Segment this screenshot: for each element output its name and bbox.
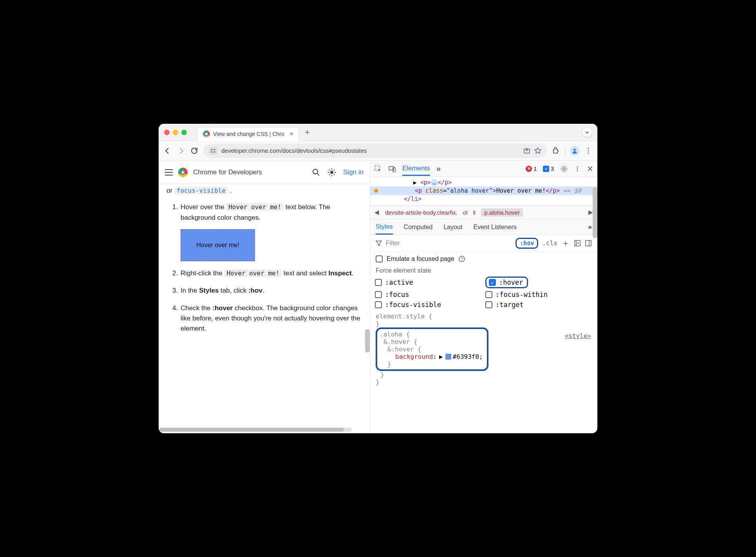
- code-hover-me-2: Hover over me!: [224, 269, 282, 277]
- force-state-title: Force element state: [370, 264, 597, 277]
- style-rules[interactable]: element.style { } <style> .aloha { &.hov…: [370, 313, 597, 391]
- intro-line: or focus-visible .: [166, 186, 364, 196]
- checkbox-focus-visible[interactable]: [375, 301, 382, 308]
- tabs-overflow[interactable]: »: [436, 164, 441, 173]
- checkbox-hover[interactable]: ✓: [489, 279, 496, 286]
- breadcrumb-item[interactable]: devsite-article-body.clearfix.: [385, 209, 458, 216]
- emulate-focused-checkbox[interactable]: [376, 255, 383, 262]
- menu-icon[interactable]: [165, 169, 173, 175]
- profile-avatar[interactable]: [570, 146, 579, 156]
- color-swatch-icon[interactable]: [445, 354, 451, 360]
- omnibox[interactable]: developer.chrome.com/docs/devtools/css#p…: [203, 144, 547, 158]
- checkbox-focus-within[interactable]: [485, 291, 492, 298]
- forward-button[interactable]: [177, 146, 185, 155]
- dom-row[interactable]: ▶ <p>…</p>: [370, 179, 597, 186]
- dom-breadcrumbs[interactable]: ◀ devsite-article-body.clearfix. ol li p…: [370, 205, 597, 219]
- svg-rect-19: [586, 241, 591, 246]
- new-tab-button[interactable]: +: [305, 127, 310, 137]
- state-active[interactable]: :active: [375, 277, 482, 288]
- title-bar: View and change CSS | Chro × +: [159, 124, 597, 141]
- step-3: In the Styles tab, click :hov.: [180, 286, 364, 296]
- code-hover-me-1: Hover over me!: [226, 203, 284, 211]
- state-focus-visible[interactable]: :focus-visible: [375, 301, 482, 309]
- styles-tabstrip: Styles Computed Layout Event Listeners »: [370, 219, 597, 235]
- page-header: Chrome for Developers Sign in: [159, 161, 370, 184]
- step-1: Hover over the Hover over me! text below…: [180, 202, 364, 261]
- tab-computed[interactable]: Computed: [404, 224, 433, 231]
- dom-tree[interactable]: ▶ <p>…</p> <p class="aloha hover">Hover …: [370, 177, 597, 205]
- filter-funnel-icon[interactable]: [376, 240, 382, 246]
- dom-selection-indicator-icon: [374, 189, 378, 193]
- reload-button[interactable]: [190, 146, 199, 155]
- tab-event-listeners[interactable]: Event Listeners: [473, 224, 516, 231]
- computed-styles-toggle-icon[interactable]: [574, 240, 581, 247]
- hov-toggle-button[interactable]: :hov: [515, 238, 538, 249]
- settings-gear-icon[interactable]: [560, 165, 568, 173]
- element-style-rule[interactable]: element.style {: [376, 313, 592, 320]
- page-vertical-scrollbar[interactable]: [365, 329, 370, 353]
- state-focus[interactable]: :focus: [375, 291, 482, 298]
- devtools-close-icon[interactable]: ✕: [587, 164, 593, 174]
- help-icon[interactable]: ?: [458, 255, 465, 262]
- expand-triangle-icon[interactable]: ▶: [439, 353, 443, 360]
- rendering-panel-icon[interactable]: [585, 240, 592, 247]
- devtools-menu-icon[interactable]: [574, 166, 581, 172]
- content-split: Chrome for Developers Sign in or focus-v…: [159, 161, 597, 433]
- chevron-left-icon[interactable]: ◀: [374, 209, 380, 216]
- state-target[interactable]: :target: [485, 301, 593, 309]
- browser-menu-icon[interactable]: [584, 146, 593, 155]
- minimize-window[interactable]: [173, 130, 178, 135]
- sign-in-link[interactable]: Sign in: [343, 168, 364, 176]
- device-toolbar-icon[interactable]: [388, 165, 396, 173]
- search-icon[interactable]: [312, 168, 320, 177]
- cls-toggle-button[interactable]: .cls: [542, 239, 557, 247]
- extensions-icon[interactable]: [552, 146, 560, 155]
- inspect-element-icon[interactable]: [374, 165, 382, 173]
- url-text: developer.chrome.com/docs/devtools/css#p…: [221, 147, 519, 154]
- steps-list: Hover over the Hover over me! text below…: [173, 202, 364, 334]
- tab-search-button[interactable]: [582, 128, 592, 137]
- site-settings-icon[interactable]: [209, 146, 217, 155]
- error-counter[interactable]: ✕ 1: [526, 166, 537, 172]
- breadcrumb-item-selected[interactable]: p.aloha.hover: [481, 208, 523, 217]
- hover-demo-box[interactable]: Hover over me!: [181, 229, 255, 261]
- install-app-icon[interactable]: [523, 147, 530, 154]
- bookmark-star-icon[interactable]: [534, 147, 541, 154]
- styles-toolbar: Filter :hov .cls ＋: [370, 235, 597, 251]
- svg-rect-18: [575, 241, 580, 246]
- back-button[interactable]: [163, 146, 172, 155]
- theme-toggle-icon[interactable]: [327, 168, 336, 177]
- issue-counter[interactable]: ≡ 3: [543, 166, 554, 172]
- svg-point-10: [330, 171, 333, 174]
- browser-tab[interactable]: View and change CSS | Chro ×: [197, 127, 299, 141]
- tab-favicon-chrome: [203, 130, 210, 137]
- rule-aloha-hover[interactable]: .aloha { &.hover { &:hover { background:…: [376, 327, 488, 371]
- close-tab-icon[interactable]: ×: [290, 130, 293, 137]
- styles-filter-input[interactable]: Filter: [386, 240, 400, 247]
- rule-source-link[interactable]: <style>: [565, 332, 591, 340]
- maximize-window[interactable]: [181, 130, 187, 135]
- dom-row[interactable]: </li>: [370, 195, 597, 203]
- code-focus-visible[interactable]: focus-visible: [174, 186, 228, 195]
- tab-layout[interactable]: Layout: [443, 224, 462, 231]
- close-window[interactable]: [164, 130, 170, 135]
- styles-tabs-overflow[interactable]: »: [588, 223, 592, 231]
- page-horizontal-scrollbar[interactable]: [159, 428, 352, 432]
- breadcrumb-item[interactable]: li: [473, 209, 476, 216]
- emulate-focused-row: Emulate a focused page ?: [370, 251, 597, 264]
- devtools-vertical-scrollbar[interactable]: [593, 187, 597, 238]
- page-pane: Chrome for Developers Sign in or focus-v…: [159, 161, 370, 433]
- tab-elements[interactable]: Elements: [402, 165, 430, 176]
- new-style-rule-button[interactable]: ＋: [561, 237, 570, 249]
- tab-styles[interactable]: Styles: [376, 223, 393, 235]
- breadcrumb-item[interactable]: ol: [463, 209, 468, 216]
- checkbox-target[interactable]: [485, 301, 492, 308]
- state-focus-within[interactable]: :focus-within: [485, 291, 593, 298]
- checkbox-focus[interactable]: [375, 291, 382, 298]
- dom-row-selected[interactable]: <p class="aloha hover">Hover over me!</p…: [370, 186, 597, 195]
- svg-point-14: [563, 168, 565, 170]
- devtools-tabstrip: Elements » ✕ 1 ≡ 3 ✕: [370, 161, 597, 177]
- checkbox-active[interactable]: [375, 279, 382, 286]
- state-hover[interactable]: ✓:hover: [485, 277, 593, 288]
- svg-point-17: [577, 170, 578, 171]
